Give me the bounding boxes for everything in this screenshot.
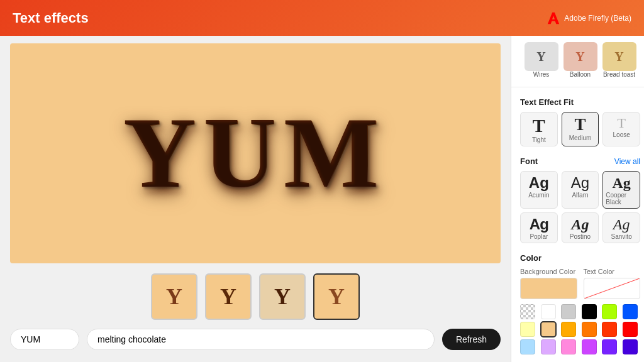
style-thumb-wires[interactable]: Y (525, 42, 558, 71)
swatch-peach[interactable] (541, 322, 556, 337)
font-acumin-label: Acumin (528, 192, 549, 199)
swatch-violet[interactable] (582, 339, 597, 354)
style-label-balloon: Balloon (570, 71, 591, 78)
color-section-title: Color (520, 253, 541, 263)
font-alfarn[interactable]: Ag Alfarn (562, 171, 599, 209)
canvas-area: YUM Y Y Y Y Refresh (0, 36, 511, 362)
fit-medium[interactable]: T Medium (562, 112, 599, 146)
font-poplar-label: Poplar (530, 233, 548, 240)
fit-section-title: Text Effect Fit (520, 97, 574, 107)
swatch-white[interactable] (541, 304, 556, 319)
color-section: Color Background Color Text Color (511, 247, 644, 358)
swatch-light-blue[interactable] (520, 339, 535, 354)
font-postino-label: Postino (570, 233, 591, 240)
font-acumin-preview: Ag (529, 175, 549, 190)
font-sanvito-label: Sanvito (611, 233, 631, 240)
right-panel: Y Wires Y Balloon Y Bread toast Text Eff… (511, 36, 644, 362)
swatch-red[interactable] (623, 322, 638, 337)
refresh-button[interactable]: Refresh (442, 329, 501, 350)
main-layout: YUM Y Y Y Y Refresh Y Wires Y Balloon (0, 36, 644, 362)
fit-tight-label: Tight (532, 136, 546, 143)
font-cooper-label: Cooper Black (606, 192, 637, 206)
adobe-icon (547, 11, 560, 25)
color-swatches-row: Background Color Text Color (520, 268, 640, 299)
canvas: YUM (10, 43, 501, 263)
font-alfarn-label: Alfarn (572, 192, 588, 199)
swatch-black[interactable] (582, 304, 597, 319)
font-postino-preview: Ag (571, 217, 589, 232)
fit-loose[interactable]: T Loose (602, 112, 640, 146)
thumbnail-2[interactable]: Y (205, 273, 252, 320)
fit-loose-preview: T (617, 116, 625, 130)
font-cooper-black[interactable]: Ag Cooper Black (602, 171, 640, 209)
swatch-pink[interactable] (561, 339, 576, 354)
font-cooper-preview: Ag (612, 175, 630, 190)
style-thumb-toast[interactable]: Y (602, 42, 636, 71)
swatch-red-orange[interactable] (602, 322, 617, 337)
thumbnails-row: Y Y Y Y (151, 273, 360, 320)
page-title: Text effects (13, 10, 89, 26)
color-section-header: Color (520, 253, 640, 263)
swatch-lime[interactable] (602, 304, 617, 319)
style-label-wires: Wires (533, 71, 550, 78)
swatch-lavender[interactable] (541, 339, 556, 354)
fit-section-header: Text Effect Fit (520, 97, 640, 107)
background-color-label: Background Color (520, 268, 577, 275)
header: Text effects Adobe Firefly (Beta) (0, 0, 644, 36)
fit-tight[interactable]: T Tight (520, 112, 558, 146)
fit-loose-label: Loose (613, 131, 630, 138)
swatch-lightgray[interactable] (561, 304, 576, 319)
font-sanvito-preview: Ag (613, 217, 630, 232)
prompt-input[interactable] (87, 329, 435, 350)
style-col-balloon: Y Balloon (564, 42, 597, 80)
background-color-col: Background Color (520, 268, 577, 299)
thumbnail-1[interactable]: Y (151, 273, 197, 320)
style-thumbnails-row: Y Wires Y Balloon Y Bread toast (511, 36, 644, 83)
adobe-logo-area: Adobe Firefly (Beta) (547, 11, 631, 25)
font-poplar-preview: Ag (530, 217, 548, 232)
fit-medium-label: Medium (569, 134, 592, 141)
fit-medium-preview: T (574, 116, 586, 133)
swatch-purple[interactable] (602, 339, 617, 354)
font-section-header: Font View all (520, 156, 640, 166)
style-col-toast: Y Bread toast (602, 42, 636, 80)
text-color-swatch-large[interactable] (584, 278, 641, 299)
divider-1 (511, 87, 644, 87)
swatch-amber[interactable] (561, 322, 576, 337)
swatch-orange[interactable] (582, 322, 597, 337)
swatch-lightyellow[interactable] (520, 322, 535, 337)
swatch-blue[interactable] (623, 304, 638, 319)
canvas-text: YUM (124, 96, 387, 212)
text-color-label: Text Color (584, 268, 641, 275)
font-options-grid: Ag Acumin Ag Alfarn Ag Cooper Black Ag P… (520, 171, 640, 243)
background-color-swatch-large[interactable] (520, 278, 577, 299)
font-section-title: Font (520, 156, 538, 166)
thumbnail-3[interactable]: Y (259, 273, 306, 320)
fit-options-grid: T Tight T Medium T Loose (520, 112, 640, 146)
font-alfarn-preview: Ag (571, 175, 589, 190)
font-sanvito[interactable]: Ag Sanvito (602, 212, 640, 243)
font-postino[interactable]: Ag Postino (562, 212, 599, 243)
thumbnail-4[interactable]: Y (313, 273, 360, 320)
font-acumin[interactable]: Ag Acumin (520, 171, 558, 209)
color-palette-grid (520, 304, 640, 354)
view-all-link[interactable]: View all (614, 157, 640, 166)
swatch-transparent[interactable] (520, 304, 535, 319)
adobe-label: Adobe Firefly (Beta) (564, 14, 631, 23)
style-col-wires: Y Wires (525, 42, 558, 80)
style-thumb-balloon[interactable]: Y (564, 42, 597, 71)
text-color-col: Text Color (584, 268, 641, 299)
swatch-deep-purple[interactable] (623, 339, 638, 354)
text-color-slash (584, 278, 640, 299)
style-label-toast: Bread toast (603, 71, 635, 78)
bottom-bar: Refresh (10, 329, 501, 350)
font-poplar[interactable]: Ag Poplar (520, 212, 558, 243)
text-effect-fit-section: Text Effect Fit T Tight T Medium T Loose (511, 91, 644, 150)
fit-tight-preview: T (533, 116, 545, 135)
font-section: Font View all Ag Acumin Ag Alfarn Ag Coo… (511, 150, 644, 247)
text-input[interactable] (10, 329, 79, 350)
